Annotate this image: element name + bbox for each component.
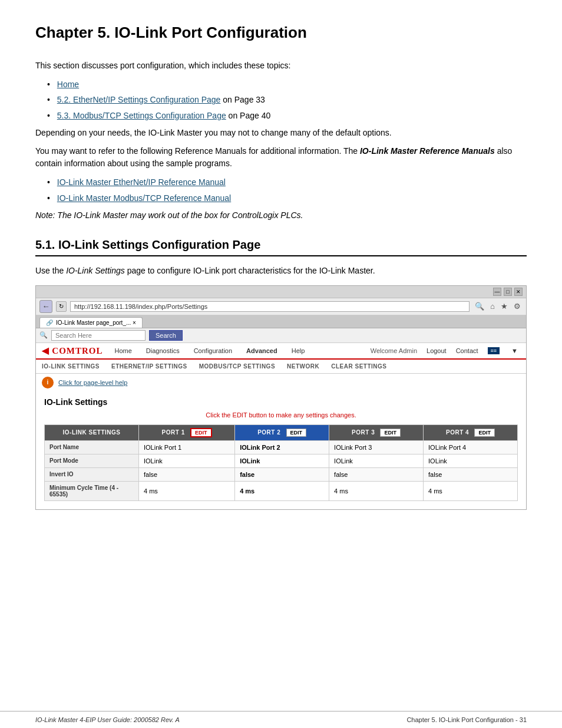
row-portmode-port3: IOLink bbox=[329, 454, 424, 467]
maximize-button[interactable]: □ bbox=[504, 288, 512, 296]
home-icon[interactable]: ⌂ bbox=[488, 301, 497, 311]
port2-edit-button[interactable]: EDIT bbox=[286, 429, 307, 437]
tab-label: IO-Link Master page_port_... × bbox=[56, 319, 136, 326]
help-bar: i Click for page-level help bbox=[36, 374, 526, 391]
url-bar[interactable] bbox=[70, 301, 470, 312]
tab-favicon: 🔗 bbox=[46, 319, 53, 326]
table-port4-header: PORT 4 EDIT bbox=[424, 424, 518, 440]
app-navbar: ◀ COMTROL Home Diagnostics Configuration… bbox=[36, 343, 526, 360]
main-content-area: IO-Link Settings Click the EDIT button t… bbox=[36, 391, 526, 509]
browser-addressbar: ← ↻ 🔍 ⌂ ★ ⚙ bbox=[36, 298, 526, 315]
port1-edit-button[interactable]: EDIT bbox=[190, 428, 212, 437]
link-53[interactable]: 5.3. Modbus/TCP Settings Configuration P… bbox=[57, 111, 226, 120]
ref-links-list: IO-Link Master EtherNet/IP Reference Man… bbox=[47, 176, 527, 205]
browser-icon-group: 🔍 ⌂ ★ ⚙ bbox=[473, 301, 523, 311]
row-portmode-port2: IOLink bbox=[235, 454, 329, 467]
row-invertio-port1: false bbox=[139, 467, 235, 481]
table-port1-header: PORT 1 EDIT bbox=[139, 424, 235, 440]
row-portname-port4: IOLink Port 4 bbox=[424, 440, 518, 454]
intro-link-item-1: Home bbox=[47, 78, 527, 91]
intro-link-item-3: 5.3. Modbus/TCP Settings Configuration P… bbox=[47, 109, 527, 122]
settings-table: IO-LINK SETTINGS PORT 1 EDIT PORT 2 EDIT… bbox=[44, 424, 518, 501]
nav-modbus-settings[interactable]: MODBUS/TCP SETTINGS bbox=[199, 362, 275, 371]
row-mincycletime-label: Minimum Cycle Time (4 - 65535) bbox=[45, 481, 139, 500]
port1-label: PORT 1 bbox=[162, 429, 185, 436]
search-bar-icon: 🔍 bbox=[39, 331, 48, 339]
row-mincycletime-port1: 4 ms bbox=[139, 481, 235, 500]
search-input[interactable] bbox=[51, 330, 146, 341]
link-52[interactable]: 5.2. EtherNet/IP Settings Configuration … bbox=[57, 95, 221, 104]
intro-note: Note: The IO-Link Master may work out of… bbox=[35, 209, 527, 222]
secondary-nav: IO-LINK SETTINGS ETHERNET/IP SETTINGS MO… bbox=[36, 360, 526, 374]
browser-tab-active[interactable]: 🔗 IO-Link Master page_port_... × bbox=[39, 317, 143, 328]
table-row-mincycletime: Minimum Cycle Time (4 - 65535) 4 ms 4 ms… bbox=[45, 481, 518, 500]
row-invertio-label: Invert IO bbox=[45, 467, 139, 481]
nav-clear-settings[interactable]: CLEAR SETTINGS bbox=[331, 362, 386, 371]
row-portmode-port1: IOLink bbox=[139, 454, 235, 467]
row-mincycletime-port2: 4 ms bbox=[235, 481, 329, 500]
intro-para3: You may want to refer to the following R… bbox=[35, 145, 527, 170]
nav-home[interactable]: Home bbox=[112, 346, 134, 355]
forward-refresh-buttons[interactable]: ↻ bbox=[56, 301, 67, 312]
footer-right: Chapter 5. IO-Link Port Configuration - … bbox=[406, 716, 527, 723]
table-port3-header: PORT 3 EDIT bbox=[329, 424, 424, 440]
intro-links-list: Home 5.2. EtherNet/IP Settings Configura… bbox=[47, 78, 527, 122]
app-logo: ◀ COMTROL bbox=[42, 345, 103, 356]
page-footer: IO-Link Master 4-EIP User Guide: 2000582… bbox=[0, 711, 562, 728]
row-portmode-label: Port Mode bbox=[45, 454, 139, 467]
search-icon[interactable]: 🔍 bbox=[473, 301, 486, 311]
star-icon[interactable]: ★ bbox=[499, 301, 510, 311]
port4-edit-button[interactable]: EDIT bbox=[474, 429, 495, 437]
nav-logout[interactable]: Logout bbox=[427, 347, 447, 354]
nav-network[interactable]: NETWORK bbox=[287, 362, 319, 371]
nav-iolink-settings[interactable]: IO-LINK SETTINGS bbox=[42, 362, 100, 371]
port3-edit-button[interactable]: EDIT bbox=[380, 429, 401, 437]
ref-link-ethernet[interactable]: IO-Link Master EtherNet/IP Reference Man… bbox=[57, 177, 226, 187]
browser-titlebar: — □ ✕ bbox=[36, 286, 526, 298]
row-invertio-port3: false bbox=[329, 467, 424, 481]
nav-flag: ≡≡ bbox=[488, 347, 500, 354]
row-mincycletime-port3: 4 ms bbox=[329, 481, 424, 500]
help-icon: i bbox=[42, 377, 54, 388]
footer-left: IO-Link Master 4-EIP User Guide: 2000582… bbox=[35, 716, 180, 723]
section51-description: Use the IO-Link Settings page to configu… bbox=[35, 265, 527, 277]
row-portname-port3: IOLink Port 3 bbox=[329, 440, 424, 454]
table-col0-header: IO-LINK SETTINGS bbox=[45, 424, 139, 440]
close-button[interactable]: ✕ bbox=[514, 288, 523, 296]
section-51-title: 5.1. IO-Link Settings Configuration Page bbox=[35, 238, 527, 252]
intro-link-item-2: 5.2. EtherNet/IP Settings Configuration … bbox=[47, 93, 527, 106]
table-row-portmode: Port Mode IOLink IOLink IOLink IOLink bbox=[45, 454, 518, 467]
back-button[interactable]: ← bbox=[39, 300, 52, 313]
minimize-button[interactable]: — bbox=[493, 288, 501, 296]
row-mincycletime-port4: 4 ms bbox=[424, 481, 518, 500]
row-invertio-port2: false bbox=[235, 467, 329, 481]
nav-configuration[interactable]: Configuration bbox=[191, 346, 234, 355]
ref-link-item-2: IO-Link Master Modbus/TCP Reference Manu… bbox=[47, 192, 527, 205]
row-portname-port1: IOLink Port 1 bbox=[139, 440, 235, 454]
nav-dropdown[interactable]: ▼ bbox=[509, 346, 520, 355]
nav-contact[interactable]: Contact bbox=[456, 347, 478, 354]
link-51[interactable]: Home bbox=[57, 80, 79, 89]
browser-window: — □ ✕ ← ↻ 🔍 ⌂ ★ ⚙ 🔗 IO-Link Master page_… bbox=[35, 285, 527, 510]
nav-advanced[interactable]: Advanced bbox=[244, 346, 280, 355]
search-button[interactable]: Search bbox=[149, 330, 183, 341]
intro-para2: Depending on your needs, the IO-Link Mas… bbox=[35, 127, 527, 139]
logo-arrow: ◀ bbox=[42, 346, 52, 355]
port4-label: PORT 4 bbox=[446, 429, 469, 436]
section-divider bbox=[35, 255, 527, 256]
port3-label: PORT 3 bbox=[352, 429, 375, 436]
nav-help[interactable]: Help bbox=[289, 346, 308, 355]
ref-link-item-1: IO-Link Master EtherNet/IP Reference Man… bbox=[47, 176, 527, 189]
edit-notice: Click the EDIT button to make any settin… bbox=[44, 411, 518, 419]
row-portname-port2: IOLink Port 2 bbox=[235, 440, 329, 454]
port2-label: PORT 2 bbox=[257, 429, 280, 436]
browser-searchbar: 🔍 Search bbox=[36, 328, 526, 343]
row-portmode-port4: IOLink bbox=[424, 454, 518, 467]
nav-ethernet-settings[interactable]: ETHERNET/IP SETTINGS bbox=[111, 362, 187, 371]
nav-diagnostics[interactable]: Diagnostics bbox=[144, 346, 182, 355]
settings-section-heading: IO-Link Settings bbox=[44, 397, 518, 407]
ref-link-modbus[interactable]: IO-Link Master Modbus/TCP Reference Manu… bbox=[57, 193, 231, 203]
help-link[interactable]: Click for page-level help bbox=[58, 379, 127, 386]
settings-icon[interactable]: ⚙ bbox=[512, 301, 523, 311]
chapter-title: Chapter 5. IO-Link Port Configuration bbox=[35, 24, 527, 42]
